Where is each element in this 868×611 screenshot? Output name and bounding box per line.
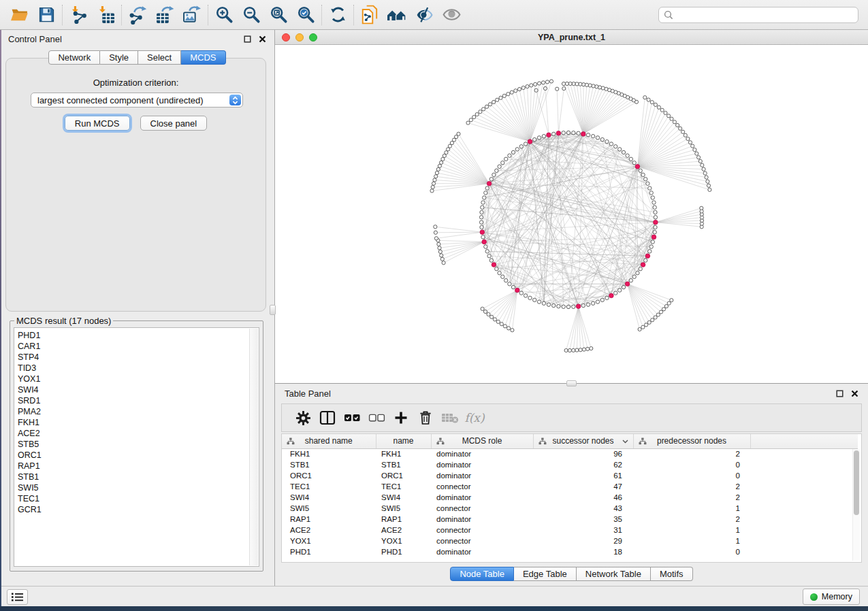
export-table-button[interactable] (151, 3, 178, 27)
table-row[interactable]: FKH1 FKH1 dominator 96 2 (282, 448, 858, 459)
show-columns-button[interactable] (315, 406, 340, 430)
export-image-button[interactable] (178, 3, 206, 27)
column-header-shared-name[interactable]: shared name (282, 434, 376, 448)
network-graph-canvas[interactable] (275, 45, 866, 383)
tab-node-table[interactable]: Node Table (450, 567, 514, 581)
optimization-criterion-select[interactable]: largest connected component (undirected) (31, 93, 243, 108)
show-all-networks-button[interactable] (383, 3, 411, 27)
mcds-result-item[interactable]: SWI5 (18, 482, 259, 493)
add-row-button[interactable] (389, 406, 413, 430)
table-row[interactable]: ORC1 ORC1 dominator 61 0 (282, 470, 858, 481)
tab-motifs[interactable]: Motifs (651, 567, 693, 581)
tab-network[interactable]: Network (48, 50, 100, 65)
mcds-result-item[interactable]: STP4 (18, 352, 259, 363)
close-panel-icon[interactable] (259, 35, 266, 43)
table-row[interactable]: RAP1 RAP1 dominator 35 2 (282, 514, 858, 525)
hide-graphics-details-button[interactable] (411, 3, 438, 27)
memory-button[interactable]: Memory (803, 589, 860, 605)
delete-row-button[interactable] (413, 406, 438, 430)
table-row[interactable]: SWI5 SWI5 connector 43 1 (282, 503, 858, 514)
column-header-mcds-role[interactable]: MCDS role (431, 434, 533, 448)
close-panel-icon[interactable] (851, 390, 858, 397)
search-input[interactable] (673, 10, 853, 20)
mcds-result-item[interactable]: SWI4 (18, 384, 259, 395)
table-row[interactable]: TEC1 TEC1 connector 47 2 (282, 481, 858, 492)
mcds-result-item[interactable]: PHD1 (18, 330, 259, 341)
sort-desc-icon (622, 440, 628, 444)
table-row[interactable]: ACE2 ACE2 connector 31 1 (282, 525, 858, 535)
table-options-button[interactable] (291, 406, 315, 430)
zoom-out-button[interactable] (238, 3, 265, 27)
export-network-button[interactable] (124, 3, 151, 27)
toolbar-search[interactable] (658, 7, 858, 23)
birds-eye-view-button[interactable] (438, 3, 465, 27)
zoom-selected-icon (297, 5, 315, 24)
mcds-result-item[interactable]: FKH1 (18, 417, 259, 428)
tab-edge-table[interactable]: Edge Table (514, 567, 577, 581)
new-network-from-selection-button[interactable] (356, 3, 383, 27)
mcds-list-scrollbar[interactable] (249, 329, 258, 565)
vertical-splitter-grip[interactable] (270, 305, 276, 315)
column-header-predecessor-nodes[interactable]: predecessor nodes (633, 434, 750, 448)
window-close-button[interactable] (282, 33, 290, 42)
table-scrollbar[interactable] (852, 449, 860, 561)
tab-mcds[interactable]: MCDS (181, 50, 225, 65)
table-row[interactable]: PHD1 PHD1 dominator 18 0 (282, 546, 858, 557)
zoom-in-button[interactable] (210, 3, 238, 27)
save-session-button[interactable] (33, 3, 60, 27)
tab-select[interactable]: Select (138, 50, 181, 65)
tab-network-table[interactable]: Network Table (577, 567, 651, 581)
export-image-icon (182, 5, 202, 24)
table-scrollbar-thumb[interactable] (854, 450, 859, 515)
float-panel-icon[interactable] (244, 35, 251, 43)
mcds-result-item[interactable]: STB5 (18, 439, 259, 450)
select-all-icon (344, 413, 361, 423)
mcds-result-item[interactable]: ACE2 (18, 428, 259, 439)
window-maximize-button[interactable] (309, 33, 317, 42)
column-header-name[interactable]: name (376, 434, 431, 448)
mcds-result-item[interactable]: CAR1 (18, 341, 259, 352)
mcds-result-item[interactable]: SRD1 (18, 395, 259, 406)
folder-open-icon (10, 6, 29, 23)
table-row[interactable]: STB1 STB1 dominator 62 0 (282, 459, 858, 470)
float-panel-icon[interactable] (836, 390, 843, 397)
horizontal-splitter-grip[interactable] (566, 380, 577, 386)
toolbar-separator (62, 5, 63, 25)
table-row[interactable]: SWI4 SWI4 dominator 46 2 (282, 492, 858, 503)
zoom-fit-button[interactable] (265, 3, 292, 27)
select-all-button[interactable] (340, 406, 364, 430)
control-panel: Control Panel Network Style Select MCDS (0, 30, 275, 586)
zoom-out-icon (242, 5, 261, 24)
function-builder-button[interactable]: f(x) (462, 406, 487, 430)
mcds-result-item[interactable]: STB1 (18, 472, 259, 482)
mcds-result-item[interactable]: GCR1 (18, 504, 259, 515)
tab-style[interactable]: Style (100, 50, 138, 65)
import-table-button[interactable] (92, 3, 119, 27)
houses-icon (387, 6, 407, 24)
table-row[interactable]: YOX1 YOX1 connector 29 1 (282, 535, 858, 546)
deselect-all-button[interactable] (364, 406, 389, 430)
mcds-result-item[interactable]: YOX1 (18, 374, 259, 384)
mcds-result-item[interactable]: PMA2 (18, 406, 259, 417)
mcds-result-item[interactable]: TEC1 (18, 493, 259, 504)
table-panel-titlebar: Table Panel (275, 384, 868, 403)
delete-table-button[interactable] (438, 406, 462, 430)
column-header-successor-nodes[interactable]: successor nodes (533, 434, 633, 448)
apply-layout-button[interactable] (324, 3, 351, 27)
mcds-result-item[interactable]: RAP1 (18, 461, 259, 472)
open-session-button[interactable] (5, 3, 33, 27)
mcds-result-item[interactable]: TID3 (18, 363, 259, 374)
zoom-selected-button[interactable] (292, 3, 319, 27)
columns-icon (319, 410, 336, 425)
mcds-result-list[interactable]: PHD1CAR1STP4TID3YOX1SWI4SRD1PMA2FKH1ACE2… (14, 327, 259, 567)
mcds-result-item[interactable]: ORC1 (18, 450, 259, 461)
toolbar-separator (121, 5, 122, 25)
window-minimize-button[interactable] (295, 33, 304, 42)
close-panel-button[interactable]: Close panel (140, 116, 208, 131)
show-task-history-button[interactable] (7, 589, 28, 605)
run-mcds-button[interactable]: Run MCDS (65, 116, 130, 131)
mcds-result-group: MCDS result (17 nodes) PHD1CAR1STP4TID3Y… (10, 316, 263, 572)
import-network-button[interactable] (65, 3, 92, 27)
zoom-fit-icon (270, 5, 288, 24)
memory-status-icon (810, 593, 818, 601)
